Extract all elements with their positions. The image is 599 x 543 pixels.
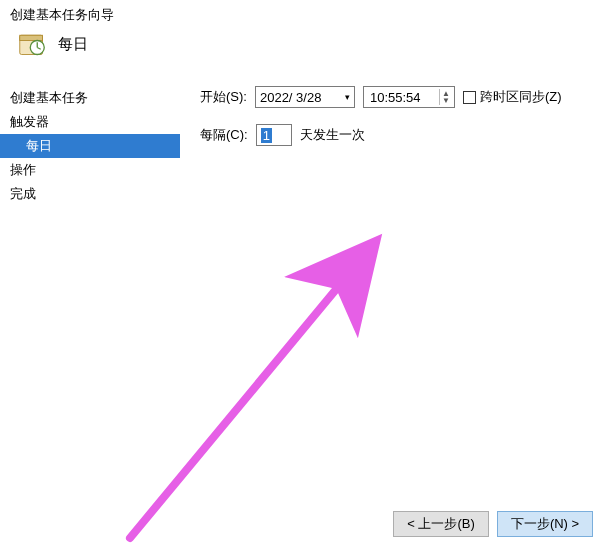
schedule-form: 开始(S): 2022/ 3/28 ▾ 10:55:54 ▲▼ 跨时区同步(Z)… <box>200 86 593 162</box>
next-button[interactable]: 下一步(N) > <box>497 511 593 537</box>
sidebar-item-action[interactable]: 操作 <box>0 158 180 182</box>
wizard-footer: < 上一步(B) 下一步(N) > <box>393 511 593 537</box>
chevron-down-icon: ▾ <box>345 92 350 102</box>
back-button-label: < 上一步(B) <box>407 515 475 533</box>
sidebar-label: 完成 <box>10 186 36 201</box>
sidebar-label: 操作 <box>10 162 36 177</box>
clock-schedule-icon <box>18 30 46 58</box>
interval-input[interactable]: 1 <box>256 124 292 146</box>
wizard-body: 创建基本任务 触发器 每日 操作 完成 开始(S): 2022/ 3/28 ▾ … <box>0 68 599 515</box>
next-button-label: 下一步(N) > <box>511 515 579 533</box>
start-time-value: 10:55:54 <box>370 90 421 105</box>
sidebar-item-daily[interactable]: 每日 <box>0 134 180 158</box>
time-spinner[interactable]: ▲▼ <box>439 89 452 105</box>
back-button[interactable]: < 上一步(B) <box>393 511 489 537</box>
wizard-window: 创建基本任务向导 每日 创建基本任务 触发器 每日 操作 完成 开始(S): <box>0 0 599 543</box>
sidebar-label: 每日 <box>26 138 52 153</box>
svg-rect-1 <box>20 35 43 40</box>
wizard-subheader: 每日 <box>0 26 599 68</box>
spinner-down-icon[interactable]: ▼ <box>442 97 450 104</box>
page-title: 每日 <box>58 35 88 54</box>
sidebar-item-trigger[interactable]: 触发器 <box>0 110 180 134</box>
wizard-sidebar: 创建基本任务 触发器 每日 操作 完成 <box>0 86 180 206</box>
sidebar-item-finish[interactable]: 完成 <box>0 182 180 206</box>
interval-suffix: 天发生一次 <box>300 126 365 144</box>
timezone-sync-checkbox[interactable] <box>463 91 476 104</box>
timezone-sync-label: 跨时区同步(Z) <box>480 89 562 104</box>
window-title: 创建基本任务向导 <box>10 7 114 22</box>
interval-value: 1 <box>261 128 272 143</box>
annotation-arrow <box>110 218 410 543</box>
start-date-picker[interactable]: 2022/ 3/28 ▾ <box>255 86 355 108</box>
sidebar-label: 触发器 <box>10 114 49 129</box>
svg-line-5 <box>130 246 372 538</box>
interval-row: 每隔(C): 1 天发生一次 <box>200 124 593 146</box>
timezone-sync-option[interactable]: 跨时区同步(Z) <box>463 88 562 106</box>
sidebar-label: 创建基本任务 <box>10 90 88 105</box>
start-time-picker[interactable]: 10:55:54 ▲▼ <box>363 86 455 108</box>
start-row: 开始(S): 2022/ 3/28 ▾ 10:55:54 ▲▼ 跨时区同步(Z) <box>200 86 593 108</box>
start-label: 开始(S): <box>200 88 247 106</box>
sidebar-item-create-task[interactable]: 创建基本任务 <box>0 86 180 110</box>
start-date-value: 2022/ 3/28 <box>260 90 321 105</box>
window-header: 创建基本任务向导 <box>0 0 599 26</box>
interval-label: 每隔(C): <box>200 126 248 144</box>
